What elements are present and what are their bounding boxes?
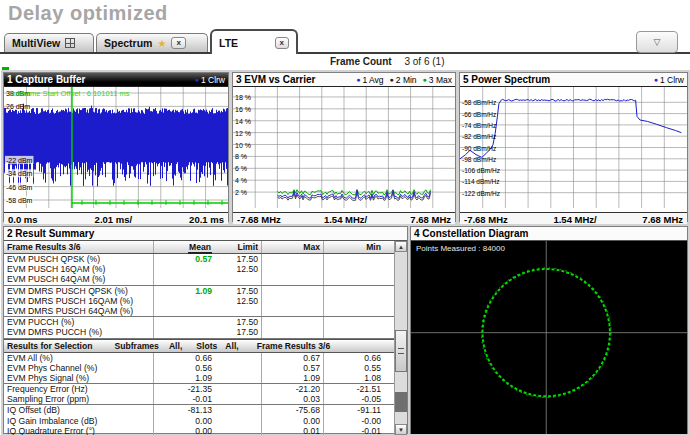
table-row: Frequency Error (Hz)-21.35-21.20-21.51 <box>4 384 394 394</box>
panel-result-summary: 2 Result Summary Frame Results 3/6 Mean … <box>3 226 408 434</box>
trace-color-dot: ● <box>356 76 360 83</box>
panel-title: 2 Result Summary <box>7 228 94 239</box>
table-cell <box>212 416 262 426</box>
table-row: EVM DMRS PUCCH (%)17.50 <box>4 327 394 338</box>
table-cell: 1.09 <box>154 286 212 296</box>
table-cell <box>262 274 324 284</box>
table-cell: -81.13 <box>154 405 212 415</box>
capture-buffer-x-axis: 0.0 ms 2.01 ms/ 20.1 ms <box>4 212 228 225</box>
column-header[interactable]: Frame Results 3/6 <box>4 241 154 253</box>
svg-text:6 %: 6 % <box>235 165 247 172</box>
panel-power-spectrum: 5 Power Spectrum ●1 Clrw -58 dBm/Hz-66 d… <box>459 72 688 222</box>
tab-multiview[interactable]: MultiView <box>4 33 94 52</box>
points-measured-label: Points Measured : 84000 <box>416 244 505 253</box>
table-cell <box>212 426 262 435</box>
power-spectrum-titlebar[interactable]: 5 Power Spectrum ●1 Clrw <box>460 73 687 87</box>
close-icon[interactable]: x <box>275 37 289 49</box>
app-window: Delay optimized MultiView Spectrum ★ x L… <box>0 0 690 435</box>
table-cell <box>262 254 324 264</box>
table-cell: EVM PUSCH 16QAM (%) <box>4 264 154 274</box>
x-tick-scale: 1.54 MHz/ <box>553 214 596 225</box>
constellation-plot-area: Points Measured : 84000 <box>411 241 687 434</box>
column-header[interactable]: Limit <box>212 241 262 253</box>
table-cell: EVM DMRS PUSCH 64QAM (%) <box>4 306 154 316</box>
result-summary-table: Frame Results 3/6 Mean Limit Max Min EVM… <box>4 241 394 435</box>
table-cell: Sampling Error (ppm) <box>4 394 154 404</box>
trace-color-dot: ● <box>195 76 199 83</box>
tab-spectrum[interactable]: Spectrum ★ x <box>96 33 208 52</box>
scroll-down-button[interactable]: ▼ <box>395 424 407 435</box>
table-cell: 17.50 <box>212 254 262 264</box>
scrollbar[interactable]: ▲ ▼ <box>394 241 407 435</box>
table-cell <box>324 327 384 337</box>
legend-label: 3 Max <box>429 75 452 85</box>
table-cell: 0.00 <box>154 416 212 426</box>
scroll-up-button[interactable]: ▲ <box>395 241 407 252</box>
table-cell <box>154 296 212 306</box>
legend-item: ●3 Max <box>423 75 452 85</box>
column-header[interactable]: Max <box>262 241 324 253</box>
legend-item: ●1 Avg <box>356 75 383 85</box>
svg-text:-90 dBm/Hz: -90 dBm/Hz <box>462 145 496 152</box>
table-cell: 17.50 <box>212 327 262 337</box>
svg-text:14 %: 14 % <box>235 118 251 125</box>
capture-buffer-titlebar[interactable]: 1 Capture Buffer ●1 Clrw <box>4 73 228 87</box>
table-cell <box>324 296 384 306</box>
svg-text:-66 dBm/Hz: -66 dBm/Hz <box>462 111 496 118</box>
ribbon-collapse-button[interactable]: ▽ <box>636 31 678 53</box>
table-row: EVM PUSCH QPSK (%)0.5717.50 <box>4 254 394 264</box>
subframe-offset-annotation: Subframe Start Offset : 6.101011 ms <box>8 89 129 98</box>
table-cell: IQ Quadrature Error (°) <box>4 426 154 435</box>
table-cell <box>262 264 324 274</box>
table-cell <box>154 274 212 284</box>
table-cell: IQ Offset (dB) <box>4 405 154 415</box>
column-header[interactable]: Min <box>324 241 384 253</box>
legend-label: 2 Min <box>396 75 417 85</box>
table-cell <box>212 373 262 383</box>
table-cell: -0.05 <box>324 394 384 404</box>
result-summary-titlebar[interactable]: 2 Result Summary <box>4 227 407 241</box>
table-cell <box>212 363 262 373</box>
table-row: IQ Quadrature Error (°)0.000.01-0.01 <box>4 426 394 435</box>
table-cell: -75.68 <box>262 405 324 415</box>
panel-title: 3 EVM vs Carrier <box>236 74 316 85</box>
table-cell: 0.01 <box>262 426 324 435</box>
svg-text:18 %: 18 % <box>235 94 251 101</box>
table-row: EVM Phys Channel (%)0.560.570.55 <box>4 363 394 373</box>
table-cell <box>212 306 262 316</box>
table-cell: EVM All (%) <box>4 353 154 363</box>
table-cell: IQ Gain Imbalance (dB) <box>4 416 154 426</box>
table-row: EVM All (%)0.660.670.66 <box>4 353 394 363</box>
close-icon[interactable]: x <box>171 37 185 49</box>
thumb-grip-icon <box>398 348 404 354</box>
scroll-track-shaded[interactable] <box>395 392 407 412</box>
svg-text:-58 dBm/Hz: -58 dBm/Hz <box>462 99 496 106</box>
table-cell: -0.01 <box>324 426 384 435</box>
star-icon: ★ <box>157 38 166 49</box>
x-tick-end: 20.1 ms <box>189 214 224 225</box>
table-cell: -21.20 <box>262 384 324 394</box>
evm-vs-carrier-plot: 18 %16 %14 %12 %10 %8 %6 %4 %2 % <box>233 87 455 208</box>
scroll-thumb[interactable] <box>395 330 407 372</box>
selection-results-rows: EVM All (%)0.660.670.66EVM Phys Channel … <box>4 353 394 435</box>
svg-text:-82 dBm/Hz: -82 dBm/Hz <box>462 133 496 140</box>
svg-text:-114 dBm/Hz: -114 dBm/Hz <box>462 178 499 185</box>
svg-text:-106 dBm/Hz: -106 dBm/Hz <box>462 167 500 174</box>
table-cell: 0.03 <box>262 394 324 404</box>
x-tick-start: 0.0 ms <box>8 214 38 225</box>
frame-count-value: 3 of 6 (1) <box>404 56 444 67</box>
panel-evm-vs-carrier: 3 EVM vs Carrier ●1 Avg●2 Min●3 Max 18 %… <box>232 72 456 222</box>
constellation-titlebar[interactable]: 4 Constellation Diagram <box>411 227 687 241</box>
table-cell: EVM Phys Channel (%) <box>4 363 154 373</box>
table-cell: 0.55 <box>324 363 384 373</box>
tab-lte[interactable]: LTE x <box>210 29 298 54</box>
trace-legend: ●1 Clrw <box>195 75 225 85</box>
evm-vs-carrier-titlebar[interactable]: 3 EVM vs Carrier ●1 Avg●2 Min●3 Max <box>233 73 455 87</box>
table-cell <box>154 264 212 274</box>
table-cell <box>212 353 262 363</box>
tab-label: MultiView <box>12 37 60 49</box>
table-row: EVM DMRS PUSCH 64QAM (%) <box>4 306 394 317</box>
table-cell: 0.66 <box>324 353 384 363</box>
table-row: EVM DMRS PUSCH QPSK (%)1.0917.50 <box>4 286 394 296</box>
x-tick-scale: 1.54 MHz/ <box>324 214 367 225</box>
